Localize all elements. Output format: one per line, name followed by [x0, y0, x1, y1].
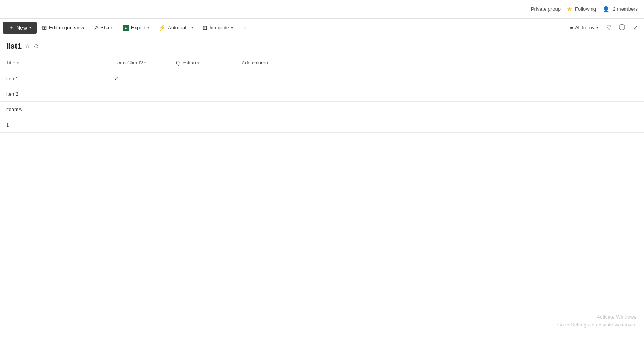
edit-grid-button[interactable]: ⊞ Edit in grid view: [38, 22, 88, 34]
automate-label: Automate: [168, 25, 189, 30]
automate-button[interactable]: ⚡ Automate ▾: [155, 22, 197, 34]
table-row[interactable]: item2: [0, 86, 644, 101]
integrate-chevron-icon: ▾: [231, 25, 233, 30]
col-header-title[interactable]: Title ▾: [0, 55, 108, 71]
private-group-label: Private group: [531, 6, 561, 12]
new-chevron-icon: ▾: [29, 25, 31, 30]
expand-icon: ⤢: [633, 24, 638, 31]
client-sort-icon: ▾: [144, 61, 146, 65]
share-icon: ↗: [93, 24, 98, 31]
favorite-star-icon[interactable]: ☆: [25, 42, 30, 50]
row-title-cell: 1: [0, 117, 108, 132]
checkmark-icon: ✓: [114, 75, 119, 81]
filter-icon: ▽: [607, 24, 611, 31]
row-extra-cell: [231, 71, 644, 86]
integrate-label: Integrate: [209, 25, 229, 30]
expand-button[interactable]: ⤢: [630, 22, 641, 34]
info-icon: ⓘ: [619, 24, 625, 30]
title-col-label: Title: [6, 60, 15, 66]
all-items-chevron-icon: ▾: [596, 25, 598, 30]
integrate-button[interactable]: ⊡ Integrate ▾: [199, 22, 237, 34]
integrate-icon: ⊡: [202, 24, 207, 31]
table-header-row: Title ▾ For a Client? ▾ Question ▾ + Add…: [0, 55, 644, 71]
row-question-cell: [170, 117, 231, 132]
table-row[interactable]: 1: [0, 117, 644, 132]
export-label: Export: [131, 25, 146, 30]
row-extra-cell: [231, 101, 644, 117]
row-question-cell: [170, 71, 231, 86]
following-label: Following: [575, 6, 596, 12]
row-client-cell: ✓: [108, 71, 170, 86]
row-extra-cell: [231, 117, 644, 132]
watermark-line2: Go to Settings to activate Windows.: [557, 321, 636, 329]
info-button[interactable]: ⓘ: [616, 21, 628, 34]
toolbar: ＋ New ▾ ⊞ Edit in grid view ↗ Share X Ex…: [0, 19, 644, 37]
list-icon: ≡: [570, 25, 573, 30]
all-items-label: All Items: [575, 25, 594, 30]
automate-icon: ⚡: [158, 24, 166, 31]
row-title-cell: item1: [0, 71, 108, 86]
export-chevron-icon: ▾: [147, 25, 149, 30]
question-sort-icon: ▾: [197, 61, 199, 65]
row-question-cell: [170, 86, 231, 101]
members-label: 2 members: [613, 6, 638, 12]
watermark-line1: Activate Windows: [557, 313, 636, 321]
new-button[interactable]: ＋ New ▾: [3, 22, 37, 34]
more-button[interactable]: ···: [238, 22, 250, 33]
row-extra-cell: [231, 86, 644, 101]
title-sort-icon: ▾: [17, 61, 19, 65]
automate-chevron-icon: ▾: [191, 25, 193, 30]
row-question-cell: [170, 101, 231, 117]
row-client-cell: [108, 86, 170, 101]
top-bar: Private group ★ Following 👤 2 members: [0, 0, 644, 19]
new-button-label: New: [16, 25, 27, 31]
col-header-client[interactable]: For a Client? ▾: [108, 55, 170, 71]
page-title-bar: list1 ☆ ☺: [0, 37, 644, 55]
col-header-question[interactable]: Question ▾: [170, 55, 231, 71]
members-section[interactable]: 👤 2 members: [602, 6, 638, 13]
private-group-section: Private group: [531, 6, 561, 12]
person-icon: 👤: [602, 6, 610, 13]
emoji-picker-icon[interactable]: ☺: [33, 43, 39, 50]
col-header-add[interactable]: + Add column: [231, 55, 644, 71]
star-icon: ★: [567, 6, 572, 13]
share-label: Share: [100, 25, 114, 30]
add-column-button[interactable]: + Add column: [238, 60, 268, 66]
list-table: Title ▾ For a Client? ▾ Question ▾ + Add…: [0, 55, 644, 133]
row-client-cell: [108, 101, 170, 117]
client-col-label: For a Client?: [114, 60, 143, 66]
more-label: ···: [242, 25, 246, 30]
excel-icon: X: [123, 25, 129, 31]
toolbar-right: ≡ All Items ▾ ▽ ⓘ ⤢: [566, 21, 641, 34]
plus-icon: ＋: [8, 24, 14, 31]
row-title-cell: iteamA: [0, 101, 108, 117]
question-col-label: Question: [176, 60, 196, 66]
row-client-cell: [108, 117, 170, 132]
row-title-cell: item2: [0, 86, 108, 101]
table-row[interactable]: item1✓: [0, 71, 644, 86]
grid-icon: ⊞: [42, 24, 47, 31]
add-col-label: + Add column: [238, 60, 268, 66]
table-row[interactable]: iteamA: [0, 101, 644, 117]
page-title: list1: [6, 42, 22, 51]
filter-button[interactable]: ▽: [604, 22, 614, 34]
activate-windows-watermark: Activate Windows Go to Settings to activ…: [557, 313, 636, 328]
all-items-button[interactable]: ≡ All Items ▾: [566, 22, 602, 33]
following-section[interactable]: ★ Following: [567, 6, 596, 13]
share-button[interactable]: ↗ Share: [89, 22, 118, 34]
edit-grid-label: Edit in grid view: [49, 25, 84, 30]
export-button[interactable]: X Export ▾: [119, 22, 153, 33]
